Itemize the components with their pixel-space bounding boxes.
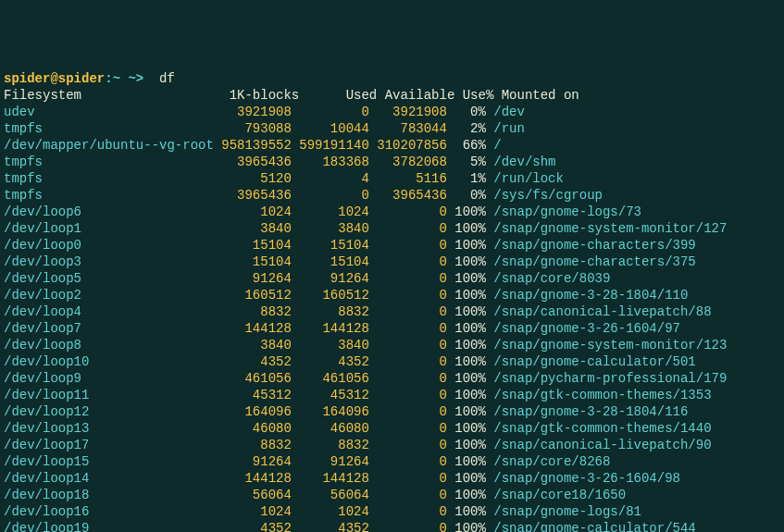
usepct-cell: 100%: [447, 388, 486, 402]
available-cell: 0: [369, 404, 447, 419]
blocks-cell: 15104: [214, 238, 292, 253]
prompt-line[interactable]: spider@spider:~ ~> df: [4, 70, 780, 87]
usepct-cell: 100%: [447, 321, 486, 336]
usepct-cell: 100%: [447, 371, 486, 386]
usepct-cell: 100%: [447, 204, 486, 219]
filesystem-cell: /dev/loop19: [4, 521, 214, 532]
available-cell: 0: [369, 238, 447, 253]
df-row: /dev/loop14 144128 144128 0 100% /snap/g…: [4, 470, 780, 487]
df-row: /dev/loop13 46080 46080 0 100% /snap/gtk…: [4, 420, 780, 437]
used-cell: 15104: [292, 254, 369, 269]
blocks-cell: 958139552: [214, 138, 292, 153]
df-row: /dev/loop4 8832 8832 0 100% /snap/canoni…: [4, 303, 780, 320]
mount-cell: /snap/gnome-characters/375: [493, 254, 695, 269]
blocks-cell: 56064: [214, 488, 292, 502]
usepct-cell: 100%: [447, 488, 486, 502]
blocks-cell: 8832: [214, 438, 292, 452]
df-row: tmpfs 3965436 0 3965436 0% /sys/fs/cgrou…: [4, 187, 780, 204]
used-cell: 599191140: [292, 138, 369, 153]
used-cell: 91264: [292, 271, 369, 286]
available-cell: 310207856: [369, 138, 447, 153]
mount-cell: /snap/gnome-calculator/501: [493, 354, 695, 369]
mount-cell: /snap/gnome-3-26-1604/97: [493, 321, 680, 336]
blocks-cell: 45312: [214, 388, 292, 402]
df-row: /dev/loop7 144128 144128 0 100% /snap/gn…: [4, 320, 780, 337]
mount-cell: /snap/gnome-calculator/544: [493, 521, 695, 532]
available-cell: 0: [369, 421, 447, 436]
usepct-cell: 100%: [447, 404, 486, 419]
filesystem-cell: /dev/loop14: [4, 471, 214, 486]
df-row: /dev/loop2 160512 160512 0 100% /snap/gn…: [4, 287, 780, 303]
available-cell: 0: [369, 321, 447, 336]
mount-cell: /snap/core/8268: [493, 454, 610, 469]
filesystem-cell: udev: [4, 105, 214, 119]
blocks-cell: 8832: [214, 304, 292, 319]
filesystem-cell: /dev/loop3: [4, 254, 214, 269]
available-cell: 0: [369, 438, 447, 452]
usepct-cell: 100%: [447, 354, 486, 369]
usepct-cell: 100%: [447, 438, 486, 452]
used-cell: 8832: [292, 438, 369, 452]
prompt-user: spider@spider: [4, 71, 105, 86]
mount-cell: /snap/gnome-logs/73: [493, 204, 641, 219]
available-cell: 0: [369, 221, 447, 236]
used-cell: 4352: [292, 521, 369, 532]
available-cell: 0: [369, 204, 447, 219]
usepct-cell: 100%: [447, 271, 486, 286]
df-row: /dev/loop19 4352 4352 0 100% /snap/gnome…: [4, 520, 780, 532]
mount-cell: /run: [493, 121, 525, 136]
prompt-path: ~: [113, 71, 120, 86]
available-cell: 783044: [369, 121, 447, 136]
filesystem-cell: /dev/loop13: [4, 421, 214, 436]
df-row: tmpfs 793088 10044 783044 2% /run: [4, 120, 780, 137]
mount-cell: /dev/shm: [493, 155, 555, 169]
command-text: df: [159, 71, 175, 86]
filesystem-cell: /dev/loop5: [4, 271, 214, 286]
usepct-cell: 5%: [447, 155, 486, 169]
filesystem-cell: /dev/loop16: [4, 504, 214, 519]
usepct-cell: 100%: [447, 521, 486, 532]
used-cell: 3840: [292, 338, 369, 353]
used-cell: 91264: [292, 454, 369, 469]
df-row: udev 3921908 0 3921908 0% /dev: [4, 104, 780, 120]
filesystem-cell: /dev/loop7: [4, 321, 214, 336]
blocks-cell: 5120: [214, 171, 292, 186]
blocks-cell: 160512: [214, 288, 292, 303]
usepct-cell: 100%: [447, 221, 486, 236]
blocks-cell: 1024: [214, 204, 292, 219]
used-cell: 4: [292, 171, 369, 186]
available-cell: 0: [369, 254, 447, 269]
mount-cell: /snap/gnome-system-monitor/127: [493, 221, 727, 236]
df-row: /dev/loop8 3840 3840 0 100% /snap/gnome-…: [4, 337, 780, 353]
available-cell: 0: [369, 271, 447, 286]
used-cell: 3840: [292, 221, 369, 236]
blocks-cell: 144128: [214, 321, 292, 336]
df-row: /dev/loop1 3840 3840 0 100% /snap/gnome-…: [4, 220, 780, 237]
blocks-cell: 46080: [214, 421, 292, 436]
used-cell: 160512: [292, 288, 369, 303]
blocks-cell: 91264: [214, 271, 292, 286]
available-cell: 3965436: [369, 188, 447, 203]
filesystem-cell: tmpfs: [4, 188, 214, 203]
available-cell: 0: [369, 388, 447, 402]
df-row: /dev/loop16 1024 1024 0 100% /snap/gnome…: [4, 503, 780, 520]
available-cell: 3782068: [369, 155, 447, 169]
blocks-cell: 164096: [214, 404, 292, 419]
filesystem-cell: /dev/loop4: [4, 304, 214, 319]
available-cell: 0: [369, 354, 447, 369]
mount-cell: /sys/fs/cgroup: [493, 188, 603, 203]
filesystem-cell: tmpfs: [4, 121, 214, 136]
usepct-cell: 100%: [447, 454, 486, 469]
blocks-cell: 4352: [214, 521, 292, 532]
df-row: tmpfs 3965436 183368 3782068 5% /dev/shm: [4, 154, 780, 170]
usepct-cell: 0%: [447, 105, 486, 119]
available-cell: 0: [369, 454, 447, 469]
mount-cell: /: [493, 138, 501, 153]
blocks-cell: 144128: [214, 471, 292, 486]
usepct-cell: 1%: [447, 171, 486, 186]
blocks-cell: 3840: [214, 338, 292, 353]
filesystem-cell: /dev/loop1: [4, 221, 214, 236]
used-cell: 461056: [292, 371, 369, 386]
df-row: /dev/loop9 461056 461056 0 100% /snap/py…: [4, 370, 780, 387]
mount-cell: /snap/canonical-livepatch/88: [493, 304, 711, 319]
